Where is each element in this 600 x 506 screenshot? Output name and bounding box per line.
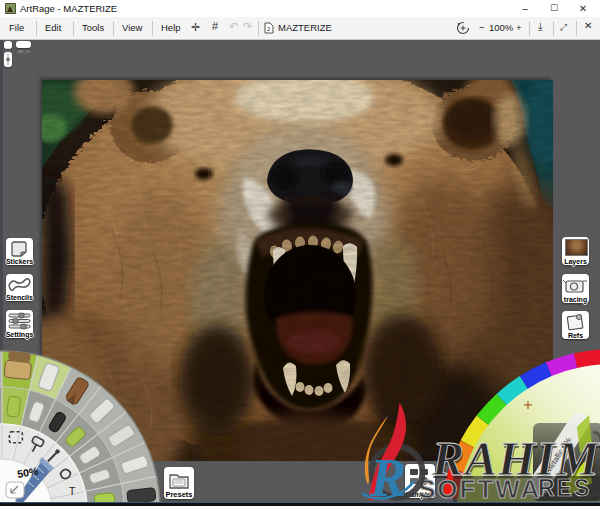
svg-text:SOFTWA: SOFTWA: [418, 474, 541, 504]
svg-text:T: T: [69, 485, 76, 497]
svg-text:RES: RES: [538, 475, 591, 501]
